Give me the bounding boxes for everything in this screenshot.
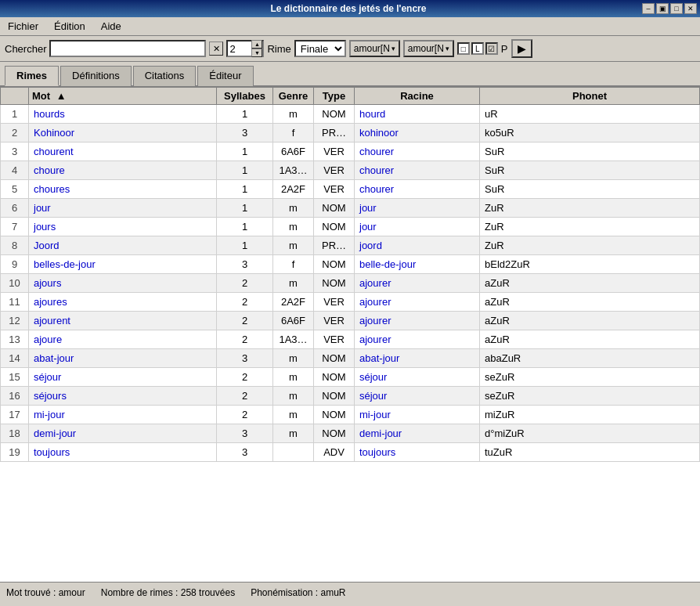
- cell-mot[interactable]: hourds: [29, 105, 217, 124]
- cell-mot[interactable]: ajoure: [29, 330, 217, 349]
- clear-button[interactable]: ✕: [209, 41, 223, 56]
- cell-mot[interactable]: toujours: [29, 443, 217, 462]
- cell-phon: SuR: [480, 142, 700, 161]
- table-row[interactable]: 9 belles-de-jour 3 f NOM belle-de-jour b…: [1, 255, 700, 274]
- cell-mot[interactable]: ajourent: [29, 312, 217, 330]
- close-button[interactable]: ✕: [684, 3, 697, 14]
- tab-definitions[interactable]: Définitions: [60, 66, 132, 86]
- cell-mot[interactable]: ajoures: [29, 293, 217, 312]
- cell-rac[interactable]: ajourer: [355, 330, 480, 349]
- cell-rac[interactable]: ajourer: [355, 274, 480, 293]
- col-header-syl[interactable]: Syllabes: [217, 88, 273, 105]
- cell-rac[interactable]: chourer: [355, 142, 480, 161]
- p-label: P: [501, 43, 508, 55]
- table-scroll[interactable]: Mot ▲ Syllabes Genre Type Racine Phonet …: [0, 87, 700, 582]
- table-row[interactable]: 8 Joord 1 m PR… joord ZuR: [1, 236, 700, 255]
- cell-mot[interactable]: séjour: [29, 368, 217, 387]
- cell-mot[interactable]: ajours: [29, 274, 217, 293]
- cell-phon: abaZuR: [480, 349, 700, 368]
- dropdown2[interactable]: amour[N▾: [403, 40, 454, 57]
- table-row[interactable]: 19 toujours 3 ADV toujours tuZuR: [1, 443, 700, 462]
- cell-rac[interactable]: ajourer: [355, 312, 480, 330]
- table-row[interactable]: 2 Kohinoor 3 f PR… kohinoor ko5uR: [1, 124, 700, 142]
- cell-rac[interactable]: mi-jour: [355, 406, 480, 424]
- menu-aide[interactable]: Aide: [96, 19, 126, 34]
- table-row[interactable]: 17 mi-jour 2 m NOM mi-jour miZuR: [1, 406, 700, 424]
- num-input[interactable]: [228, 41, 251, 56]
- restore-button[interactable]: ▣: [656, 3, 669, 14]
- cell-num: 18: [1, 424, 29, 443]
- minimize-button[interactable]: –: [642, 3, 655, 14]
- cell-rac[interactable]: toujours: [355, 443, 480, 462]
- cell-mot[interactable]: jours: [29, 218, 217, 236]
- cell-mot[interactable]: choure: [29, 161, 217, 180]
- table-row[interactable]: 11 ajoures 2 2A2F VER ajourer aZuR: [1, 293, 700, 312]
- table-row[interactable]: 10 ajours 2 m NOM ajourer aZuR: [1, 274, 700, 293]
- cell-gen: m: [273, 424, 314, 443]
- cell-rac[interactable]: joord: [355, 236, 480, 255]
- cell-syl: 2: [217, 274, 273, 293]
- cell-rac[interactable]: jour: [355, 199, 480, 218]
- table-row[interactable]: 15 séjour 2 m NOM séjour seZuR: [1, 368, 700, 387]
- menu-edition[interactable]: Édition: [49, 19, 90, 34]
- tab-citations[interactable]: Citations: [133, 66, 197, 86]
- cell-syl: 1: [217, 142, 273, 161]
- col-header-rac[interactable]: Racine: [355, 88, 480, 105]
- cell-num: 7: [1, 218, 29, 236]
- table-row[interactable]: 12 ajourent 2 6A6F VER ajourer aZuR: [1, 312, 700, 330]
- cell-rac[interactable]: séjour: [355, 387, 480, 406]
- table-row[interactable]: 3 chourent 1 6A6F VER chourer SuR: [1, 142, 700, 161]
- cell-num: 17: [1, 406, 29, 424]
- cell-mot[interactable]: chourent: [29, 142, 217, 161]
- play-button[interactable]: ▶: [511, 39, 532, 58]
- tab-editeur[interactable]: Éditeur: [197, 66, 253, 86]
- spin-up[interactable]: ▲: [251, 40, 262, 49]
- cell-rac[interactable]: jour: [355, 218, 480, 236]
- cell-rac[interactable]: abat-jour: [355, 349, 480, 368]
- cell-num: 8: [1, 236, 29, 255]
- cell-mot[interactable]: belles-de-jour: [29, 255, 217, 274]
- cell-mot[interactable]: demi-jour: [29, 424, 217, 443]
- checkbox2[interactable]: L: [471, 42, 484, 55]
- table-row[interactable]: 6 jour 1 m NOM jour ZuR: [1, 199, 700, 218]
- cell-rac[interactable]: hourd: [355, 105, 480, 124]
- spin-down[interactable]: ▼: [251, 49, 262, 57]
- search-input[interactable]: [49, 40, 206, 57]
- col-header-type[interactable]: Type: [314, 88, 355, 105]
- table-row[interactable]: 7 jours 1 m NOM jour ZuR: [1, 218, 700, 236]
- cell-mot[interactable]: choures: [29, 180, 217, 199]
- table-row[interactable]: 1 hourds 1 m NOM hourd uR: [1, 105, 700, 124]
- table-row[interactable]: 5 choures 1 2A2F VER chourer SuR: [1, 180, 700, 199]
- cell-rac[interactable]: ajourer: [355, 293, 480, 312]
- rime-select[interactable]: Finale Initiale Totale: [294, 40, 346, 57]
- cell-rac[interactable]: kohinoor: [355, 124, 480, 142]
- tab-rimes[interactable]: Rimes: [5, 66, 59, 86]
- col-header-phon[interactable]: Phonet: [480, 88, 700, 105]
- cell-mot[interactable]: abat-jour: [29, 349, 217, 368]
- cell-rac[interactable]: chourer: [355, 161, 480, 180]
- menu-fichier[interactable]: Fichier: [3, 19, 43, 34]
- col-header-mot[interactable]: Mot ▲: [29, 88, 217, 105]
- checkbox1[interactable]: □: [457, 42, 470, 55]
- cell-phon: aZuR: [480, 293, 700, 312]
- cell-rac[interactable]: chourer: [355, 180, 480, 199]
- cell-mot[interactable]: mi-jour: [29, 406, 217, 424]
- table-row[interactable]: 14 abat-jour 3 m NOM abat-jour abaZuR: [1, 349, 700, 368]
- cell-mot[interactable]: jour: [29, 199, 217, 218]
- cell-type: VER: [314, 330, 355, 349]
- col-header-gen[interactable]: Genre: [273, 88, 314, 105]
- cell-rac[interactable]: belle-de-jour: [355, 255, 480, 274]
- maximize-button[interactable]: □: [670, 3, 683, 14]
- table-row[interactable]: 16 séjours 2 m NOM séjour seZuR: [1, 387, 700, 406]
- cell-rac[interactable]: séjour: [355, 368, 480, 387]
- checkbox3[interactable]: ☑: [485, 42, 498, 55]
- table-row[interactable]: 13 ajoure 2 1A3… VER ajourer aZuR: [1, 330, 700, 349]
- cell-syl: 2: [217, 293, 273, 312]
- table-row[interactable]: 4 choure 1 1A3… VER chourer SuR: [1, 161, 700, 180]
- cell-rac[interactable]: demi-jour: [355, 424, 480, 443]
- cell-mot[interactable]: Joord: [29, 236, 217, 255]
- cell-mot[interactable]: séjours: [29, 387, 217, 406]
- dropdown1[interactable]: amour[N▾: [349, 40, 400, 57]
- table-row[interactable]: 18 demi-jour 3 m NOM demi-jour d°miZuR: [1, 424, 700, 443]
- cell-mot[interactable]: Kohinoor: [29, 124, 217, 142]
